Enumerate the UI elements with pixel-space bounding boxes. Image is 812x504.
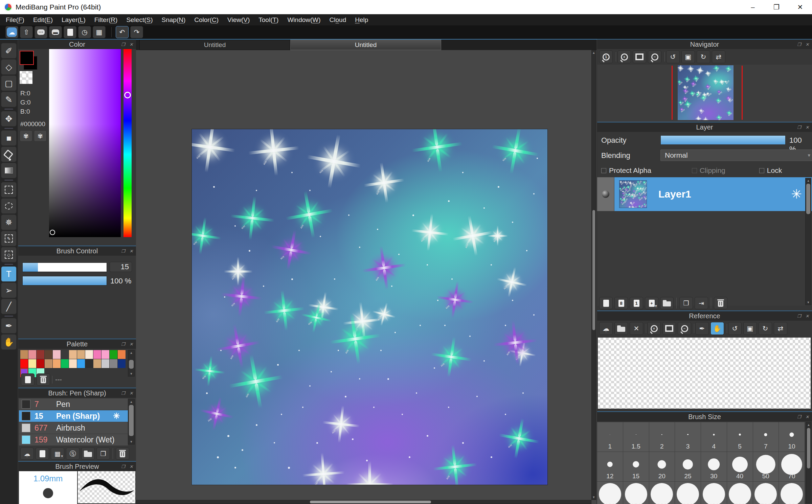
palette-swatch[interactable] (110, 350, 117, 359)
navigator-view[interactable] (597, 65, 812, 122)
palette-swatch[interactable] (85, 350, 93, 359)
scroll-down-icon[interactable]: ▼ (806, 300, 811, 305)
palette-swatch[interactable] (93, 350, 101, 359)
scroll-up-icon[interactable]: ▲ (592, 50, 596, 55)
palette-swatch[interactable] (28, 350, 36, 359)
comment-button[interactable]: ▬ (49, 26, 62, 38)
new-layer-button[interactable] (599, 297, 613, 309)
flip-view-button[interactable]: ⇄ (774, 322, 787, 335)
figure-tool[interactable]: ▢ (1, 75, 17, 91)
select-eraser-tool[interactable]: ◇ (1, 247, 17, 262)
flip-view-button[interactable]: ⇄ (712, 50, 725, 63)
rotate-ccw-button[interactable]: ↺ (666, 50, 680, 63)
new-1bit-layer-button[interactable]: 1 (630, 297, 643, 309)
cloud-download-button[interactable]: ☁ (20, 448, 34, 460)
close-icon[interactable] (129, 464, 134, 469)
minimize-button[interactable]: – (741, 0, 765, 14)
rotate-ccw-button[interactable]: ↺ (728, 322, 742, 335)
palette-swatch[interactable] (93, 359, 101, 368)
brush-item-airbrush[interactable]: 677Airbrush (19, 422, 128, 434)
redo-button[interactable]: ↷ (130, 26, 143, 38)
brush-size-slider[interactable] (22, 262, 107, 272)
menu-selects[interactable]: Select(S) (122, 14, 157, 25)
reset-view-button[interactable]: ▣ (743, 322, 757, 335)
checkbox-icon[interactable] (692, 168, 697, 173)
folder-button[interactable] (81, 448, 95, 460)
control-point-tool[interactable]: ✎ (1, 92, 17, 107)
brush-preview-header[interactable]: Brush Preview (18, 462, 136, 471)
brush-tool[interactable]: ✐ (1, 43, 17, 59)
document-tab[interactable]: Untitled (139, 40, 290, 50)
palette-swatch[interactable] (61, 359, 69, 368)
menu-filef[interactable]: File(F) (1, 14, 29, 25)
eyedropper-button[interactable]: ✒ (695, 322, 709, 335)
zoom-in-button[interactable]: + (647, 322, 661, 335)
scroll-down-icon[interactable]: ▼ (128, 439, 134, 444)
open-folder-button[interactable] (614, 322, 628, 335)
menu-help[interactable]: Help (351, 14, 373, 25)
canvas-viewport[interactable] (136, 50, 592, 500)
delete-layer-button[interactable] (714, 297, 727, 309)
menu-layerl[interactable]: Layer(L) (57, 14, 90, 25)
document-tab[interactable]: Untitled (290, 40, 441, 50)
scroll-up-icon[interactable]: ▲ (128, 350, 134, 355)
layer-panel-header[interactable]: Layer (597, 122, 812, 132)
color-palette-button[interactable]: ✾ (20, 130, 32, 142)
palette-swatch[interactable] (77, 359, 85, 368)
operation-tool[interactable]: ➢ (1, 282, 17, 298)
brush-size-cell-25[interactable]: 25 (675, 452, 701, 482)
eraser-tool[interactable]: ◇ (1, 59, 17, 75)
upload-button[interactable]: ⇧ (20, 26, 33, 38)
cloud-sync-button[interactable]: ☁ (5, 26, 18, 38)
brush-size-cell-50[interactable]: 50 (753, 452, 779, 482)
canvas-artwork[interactable] (191, 129, 548, 485)
hand-tool[interactable]: ✋ (1, 334, 17, 350)
scroll-up-icon[interactable]: ▲ (128, 399, 134, 404)
scroll-up-icon[interactable]: ▲ (806, 422, 811, 427)
text-tool[interactable]: T (1, 266, 17, 282)
navigator-header[interactable]: Navigator (597, 40, 812, 49)
close-icon[interactable] (805, 314, 810, 319)
close-icon[interactable] (805, 125, 810, 130)
close-icon[interactable] (129, 42, 134, 47)
script-brush-button[interactable]: Ⓢ (66, 448, 80, 460)
brush-size-cell-150[interactable]: 150 (623, 482, 649, 504)
hue-cursor[interactable] (124, 92, 131, 98)
canvas-horizontal-scrollbar[interactable] (136, 500, 591, 504)
brush-size-cell-500[interactable]: 500 (727, 482, 753, 504)
brush-panel-header[interactable]: Brush: Pen (Sharp) (18, 388, 136, 398)
restore-button[interactable]: ❐ (765, 0, 788, 14)
popout-icon[interactable] (120, 464, 126, 469)
navigator-thumbnail[interactable] (678, 65, 734, 120)
brush-opacity-slider[interactable] (22, 276, 107, 285)
palette-scrollbar[interactable]: ▲ ▼ (128, 350, 135, 376)
brush-size-cell-1.5[interactable]: 1.5 (623, 422, 649, 452)
brush-control-header[interactable]: Brush Control (18, 246, 136, 256)
reference-view[interactable] (598, 338, 811, 409)
close-icon[interactable] (805, 42, 810, 47)
brush-size-cell-1000[interactable]: 1000 (779, 482, 805, 504)
scroll-up-icon[interactable]: ▲ (806, 178, 811, 183)
foreground-color-swatch[interactable] (20, 51, 34, 65)
brush-size-header[interactable]: Brush Size (597, 412, 812, 421)
popout-icon[interactable] (796, 125, 802, 130)
move-tool[interactable]: ✥ (1, 111, 17, 127)
popout-icon[interactable] (796, 314, 802, 319)
image-brush-button[interactable]: ▦ (51, 448, 64, 460)
divide-tool[interactable]: ╱ (1, 299, 17, 314)
add-layer-menu-button[interactable]: + (645, 297, 658, 309)
brush-size-cell-700[interactable]: 700 (753, 482, 779, 504)
palette-swatch[interactable] (45, 359, 52, 368)
menu-windoww[interactable]: Window(W) (283, 14, 325, 25)
checkbox-clipping[interactable]: Clipping (692, 166, 725, 175)
brush-list-scrollbar[interactable]: ▲ ▼ (128, 399, 135, 444)
layer-folder-button[interactable] (660, 297, 674, 309)
layer-opacity-slider[interactable] (660, 135, 786, 145)
zoom-in-button[interactable]: + (617, 50, 631, 63)
comment-dots-button[interactable]: ··· (35, 26, 47, 38)
brush-size-cell-15[interactable]: 15 (623, 452, 649, 482)
brush-size-cell-1[interactable]: 1 (597, 422, 623, 452)
popout-icon[interactable] (796, 414, 802, 419)
palette-swatch[interactable] (69, 350, 77, 359)
menu-edite[interactable]: Edit(E) (29, 14, 57, 25)
